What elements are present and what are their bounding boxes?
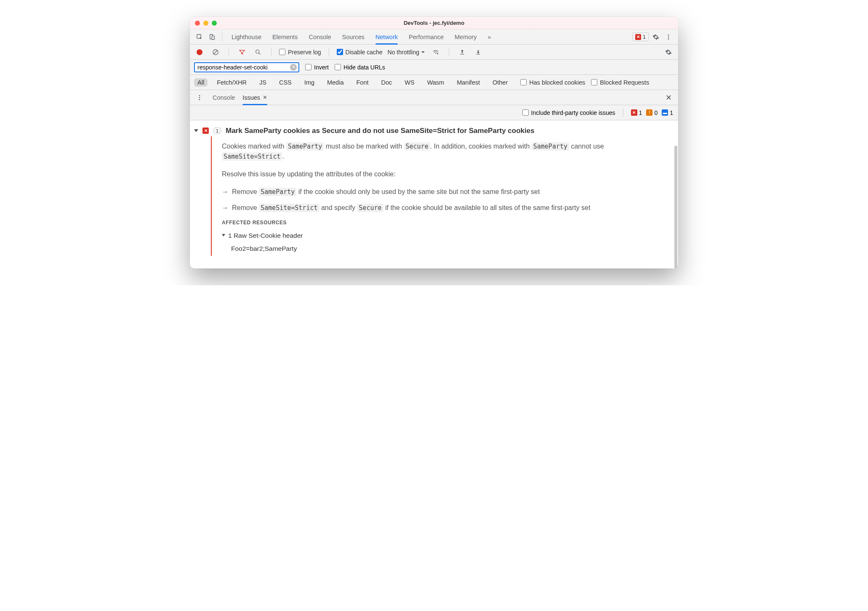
inspect-element-icon[interactable] xyxy=(194,32,205,43)
expand-icon[interactable] xyxy=(222,234,225,236)
close-drawer-icon[interactable]: ✕ xyxy=(663,92,674,103)
main-toolbar: Lighthouse Elements Console Sources Netw… xyxy=(190,29,678,45)
issue-description-1: Cookies marked with SameParty must also … xyxy=(222,141,667,162)
issue-content: Cookies marked with SameParty must also … xyxy=(211,136,670,256)
filter-icon[interactable] xyxy=(237,47,248,58)
search-icon[interactable] xyxy=(253,47,264,58)
svg-rect-12 xyxy=(460,54,464,54)
type-all[interactable]: All xyxy=(194,78,208,87)
window-title: DevTools - jec.fyi/demo xyxy=(190,20,678,26)
type-fetch-xhr[interactable]: Fetch/XHR xyxy=(213,78,250,87)
disable-cache-checkbox[interactable]: Disable cache xyxy=(337,49,383,56)
network-settings-icon[interactable] xyxy=(663,47,674,58)
issue-body: ✕ 1 Mark SameParty cookies as Secure and… xyxy=(190,120,678,268)
affected-resource-row[interactable]: 1 Raw Set-Cookie header xyxy=(222,231,667,240)
type-ws[interactable]: WS xyxy=(401,78,418,87)
error-icon: ✕ xyxy=(202,128,209,134)
hide-data-urls-checkbox[interactable]: Hide data URLs xyxy=(335,64,385,71)
arrow-icon: → xyxy=(222,203,229,213)
drawer-more-icon[interactable] xyxy=(194,92,205,103)
warning-issue-count: !0 xyxy=(646,109,658,116)
clear-filter-icon[interactable]: ✕ xyxy=(290,64,297,71)
type-media[interactable]: Media xyxy=(324,78,347,87)
type-css[interactable]: CSS xyxy=(276,78,295,87)
tab-memory[interactable]: Memory xyxy=(455,29,477,44)
type-img[interactable]: Img xyxy=(301,78,318,87)
devtools-window: DevTools - jec.fyi/demo Lighthouse Eleme… xyxy=(190,17,678,268)
has-blocked-cookies-checkbox[interactable]: Has blocked cookies xyxy=(520,79,585,86)
invert-checkbox[interactable]: Invert xyxy=(305,64,329,71)
chevron-down-icon xyxy=(421,50,425,54)
record-button[interactable] xyxy=(194,47,205,58)
svg-point-4 xyxy=(668,36,669,37)
error-count-badge[interactable]: ✕1 xyxy=(632,32,649,41)
type-wasm[interactable]: Wasm xyxy=(424,78,448,87)
upload-har-icon[interactable] xyxy=(457,47,468,58)
scrollbar[interactable] xyxy=(674,146,677,268)
issues-toolbar: Include third-party cookie issues ✕1 !0 … xyxy=(190,105,678,120)
issue-header[interactable]: ✕ 1 Mark SameParty cookies as Secure and… xyxy=(194,125,670,136)
svg-point-14 xyxy=(199,95,200,96)
issue-description-2: Resolve this issue by updating the attri… xyxy=(222,169,667,179)
tab-performance[interactable]: Performance xyxy=(409,29,444,44)
close-window-button[interactable] xyxy=(195,21,200,26)
tab-network[interactable]: Network xyxy=(375,29,398,44)
type-doc[interactable]: Doc xyxy=(378,78,395,87)
tab-elements[interactable]: Elements xyxy=(272,29,298,44)
tab-sources[interactable]: Sources xyxy=(342,29,365,44)
type-js[interactable]: JS xyxy=(256,78,270,87)
affected-resources-label: AFFECTED RESOURCES xyxy=(222,219,667,226)
maximize-window-button[interactable] xyxy=(212,21,217,26)
throttling-dropdown[interactable]: No throttling xyxy=(388,49,425,56)
issue-bullet-2: → Remove SameSite=Strict and specify Sec… xyxy=(222,203,667,213)
issue-count-badges: ✕1 !0 ▬1 xyxy=(631,109,673,116)
traffic-lights xyxy=(195,21,217,26)
minimize-window-button[interactable] xyxy=(203,21,208,26)
include-third-party-checkbox[interactable]: Include third-party cookie issues xyxy=(522,109,615,116)
main-tabs: Lighthouse Elements Console Sources Netw… xyxy=(232,29,491,44)
network-conditions-icon[interactable] xyxy=(430,47,441,58)
error-count: 1 xyxy=(643,34,646,40)
tab-lighthouse[interactable]: Lighthouse xyxy=(232,29,261,44)
clear-icon[interactable] xyxy=(210,47,221,58)
svg-point-16 xyxy=(199,99,200,100)
close-drawer-tab-icon[interactable]: ✕ xyxy=(263,94,267,101)
drawer-tab-console[interactable]: Console xyxy=(213,90,235,105)
drawer-tabs: Console Issues ✕ ✕ xyxy=(190,90,678,105)
issue-count-pill: 1 xyxy=(213,127,221,134)
svg-point-8 xyxy=(256,50,259,53)
expand-icon[interactable] xyxy=(194,129,198,132)
svg-line-9 xyxy=(259,53,261,54)
svg-rect-13 xyxy=(476,54,480,54)
svg-line-7 xyxy=(213,50,217,54)
network-toolbar: Preserve log Disable cache No throttling xyxy=(190,45,678,60)
svg-point-11 xyxy=(435,53,436,54)
blocked-requests-checkbox[interactable]: Blocked Requests xyxy=(591,79,649,86)
type-font[interactable]: Font xyxy=(353,78,372,87)
svg-point-10 xyxy=(437,53,438,54)
drawer-tab-issues[interactable]: Issues ✕ xyxy=(242,90,267,105)
settings-icon[interactable] xyxy=(650,32,661,43)
tab-overflow[interactable]: » xyxy=(487,29,491,44)
tab-console[interactable]: Console xyxy=(309,29,331,44)
download-har-icon[interactable] xyxy=(473,47,484,58)
arrow-icon: → xyxy=(222,187,229,197)
type-manifest[interactable]: Manifest xyxy=(453,78,483,87)
svg-point-5 xyxy=(668,38,669,40)
filter-row: ✕ Invert Hide data URLs xyxy=(190,60,678,75)
error-issue-count: ✕1 xyxy=(631,109,642,116)
issue-title: Mark SameParty cookies as Secure and do … xyxy=(226,125,535,136)
titlebar: DevTools - jec.fyi/demo xyxy=(190,17,678,29)
svg-point-3 xyxy=(668,35,669,36)
svg-point-15 xyxy=(199,97,200,98)
more-menu-icon[interactable] xyxy=(663,32,674,43)
device-toolbar-icon[interactable] xyxy=(207,32,218,43)
preserve-log-checkbox[interactable]: Preserve log xyxy=(279,49,321,56)
cookie-value: Foo2=bar2;SameParty xyxy=(231,244,667,253)
filter-input[interactable] xyxy=(197,64,290,71)
type-other[interactable]: Other xyxy=(489,78,511,87)
info-issue-count: ▬1 xyxy=(662,109,673,116)
resource-type-row: All Fetch/XHR JS CSS Img Media Font Doc … xyxy=(190,75,678,90)
filter-input-wrapper: ✕ xyxy=(194,62,299,72)
issue-bullet-1: → Remove SameParty if the cookie should … xyxy=(222,187,667,197)
